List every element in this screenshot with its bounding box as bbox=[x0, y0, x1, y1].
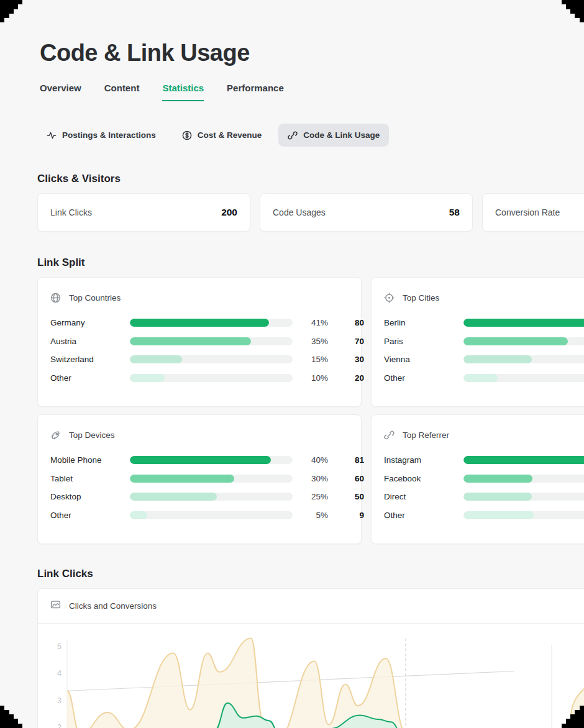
main-tab-bar: OverviewContentStatisticsPerformance bbox=[40, 83, 584, 101]
tab-content[interactable]: Content bbox=[104, 83, 140, 101]
stat-card-code-usages: Code Usages58 bbox=[260, 193, 473, 232]
trend-line bbox=[67, 671, 514, 691]
subtab-postings-interactions[interactable]: Postings & Interactions bbox=[37, 124, 165, 147]
bar-track bbox=[130, 319, 293, 327]
bar-fill bbox=[463, 374, 498, 382]
split-row-other: Other10%20 bbox=[50, 373, 349, 383]
bar-track bbox=[463, 355, 584, 363]
row-value: 20 bbox=[328, 373, 364, 383]
row-label: Other bbox=[384, 511, 463, 520]
split-row-other: Other bbox=[384, 373, 584, 383]
bar-fill bbox=[463, 456, 584, 464]
subtab-label: Postings & Interactions bbox=[62, 130, 156, 140]
row-percent: 41% bbox=[293, 318, 328, 327]
split-row-direct: Direct bbox=[384, 492, 584, 501]
bar-fill bbox=[130, 456, 271, 464]
link-icon bbox=[384, 430, 395, 440]
chart-svg: 5432 bbox=[38, 624, 584, 728]
y-tick-label: 3 bbox=[57, 696, 62, 705]
split-row-facebook: Facebook bbox=[384, 474, 584, 483]
chart-card-header: Clicks and Conversions bbox=[38, 589, 584, 624]
target-icon bbox=[384, 293, 395, 303]
section-heading-link-split: Link Split bbox=[37, 257, 584, 269]
row-label: Other bbox=[50, 511, 130, 520]
split-row-other: Other5%9 bbox=[50, 511, 349, 520]
stat-label: Link Clicks bbox=[50, 207, 92, 217]
split-card-top-referrer: Top ReferrerInstagramFacebookDirectOther bbox=[371, 414, 584, 544]
row-label: Facebook bbox=[384, 474, 463, 483]
bar-track bbox=[130, 511, 293, 519]
split-card-rows: BerlinParisViennaOther bbox=[384, 318, 584, 383]
stat-value: 58 bbox=[449, 207, 460, 218]
split-card-title: Top Referrer bbox=[403, 430, 449, 440]
bar-fill bbox=[130, 337, 251, 345]
split-row-tablet: Tablet30%60 bbox=[50, 474, 349, 483]
statistics-subtab-bar: Postings & InteractionsCost & RevenueCod… bbox=[37, 124, 584, 147]
subtab-label: Cost & Revenue bbox=[198, 130, 262, 140]
row-label: Switzerland bbox=[50, 355, 130, 364]
bar-track bbox=[130, 374, 293, 382]
split-card-rows: Mobile Phone40%81Tablet30%60Desktop25%50… bbox=[50, 455, 349, 520]
tab-statistics[interactable]: Statistics bbox=[162, 83, 204, 101]
split-row-austria: Austria35%70 bbox=[50, 337, 349, 346]
bar-fill bbox=[463, 493, 532, 501]
stat-card-conversion-rate: Conversion Rate bbox=[482, 193, 584, 232]
split-card-top-devices: Top DevicesMobile Phone40%81Tablet30%60D… bbox=[37, 414, 362, 544]
row-percent: 35% bbox=[293, 337, 328, 346]
split-card-header: Top Referrer bbox=[384, 430, 584, 440]
row-value: 50 bbox=[328, 492, 364, 501]
split-card-top-countries: Top CountriesGermany41%80Austria35%70Swi… bbox=[37, 277, 362, 407]
bar-track bbox=[463, 475, 584, 483]
row-value: 70 bbox=[328, 337, 364, 346]
bar-track bbox=[130, 475, 293, 483]
row-label: Other bbox=[50, 373, 130, 383]
row-label: Tablet bbox=[50, 474, 130, 483]
y-tick-label: 2 bbox=[57, 723, 62, 728]
row-value: 60 bbox=[328, 474, 364, 483]
main-content: Code & Link Usage OverviewContentStatist… bbox=[0, 0, 584, 728]
bar-fill bbox=[130, 374, 165, 382]
tab-overview[interactable]: Overview bbox=[40, 83, 81, 101]
bar-fill bbox=[463, 355, 532, 363]
bar-fill bbox=[130, 493, 217, 501]
y-tick-label: 5 bbox=[57, 642, 62, 651]
globe-icon bbox=[50, 293, 61, 303]
bar-track bbox=[463, 456, 584, 464]
bar-track bbox=[463, 511, 584, 519]
page-title: Code & Link Usage bbox=[40, 40, 584, 66]
tab-performance[interactable]: Performance bbox=[227, 83, 284, 101]
split-row-switzerland: Switzerland15%30 bbox=[50, 355, 349, 364]
stat-value: 200 bbox=[221, 207, 237, 218]
bar-fill bbox=[130, 319, 269, 327]
bar-track bbox=[130, 456, 293, 464]
bar-track bbox=[463, 337, 584, 345]
bar-fill bbox=[130, 511, 147, 519]
split-card-title: Top Devices bbox=[69, 430, 115, 440]
subtab-label: Code & Link Usage bbox=[303, 130, 380, 140]
row-label: Germany bbox=[50, 318, 130, 327]
bar-track bbox=[130, 355, 293, 363]
row-label: Berlin bbox=[384, 318, 463, 327]
chart-icon bbox=[50, 599, 61, 610]
split-card-title: Top Cities bbox=[403, 293, 439, 303]
row-percent: 40% bbox=[293, 455, 328, 465]
section-heading-link-clicks: Link Clicks bbox=[37, 568, 584, 580]
split-card-header: Top Devices bbox=[50, 430, 349, 440]
row-label: Instagram bbox=[384, 455, 463, 465]
row-label: Desktop bbox=[50, 492, 130, 501]
subtab-code-link-usage[interactable]: Code & Link Usage bbox=[278, 124, 389, 147]
split-card-top-cities: Top CitiesBerlinParisViennaOther bbox=[371, 277, 584, 407]
bar-track bbox=[130, 337, 293, 345]
stat-label: Conversion Rate bbox=[495, 207, 560, 217]
stat-label: Code Usages bbox=[273, 207, 326, 217]
row-percent: 30% bbox=[293, 474, 328, 483]
stat-card-link-clicks: Link Clicks200 bbox=[37, 193, 250, 232]
split-row-mobile-phone: Mobile Phone40%81 bbox=[50, 455, 349, 465]
bar-fill bbox=[130, 475, 234, 483]
row-value: 9 bbox=[328, 511, 364, 520]
bar-fill bbox=[130, 355, 182, 363]
subtab-cost-revenue[interactable]: Cost & Revenue bbox=[173, 124, 271, 147]
stat-card-row: Link Clicks200Code Usages58Conversion Ra… bbox=[37, 193, 584, 232]
row-value: 30 bbox=[328, 355, 364, 364]
row-percent: 25% bbox=[293, 492, 328, 501]
